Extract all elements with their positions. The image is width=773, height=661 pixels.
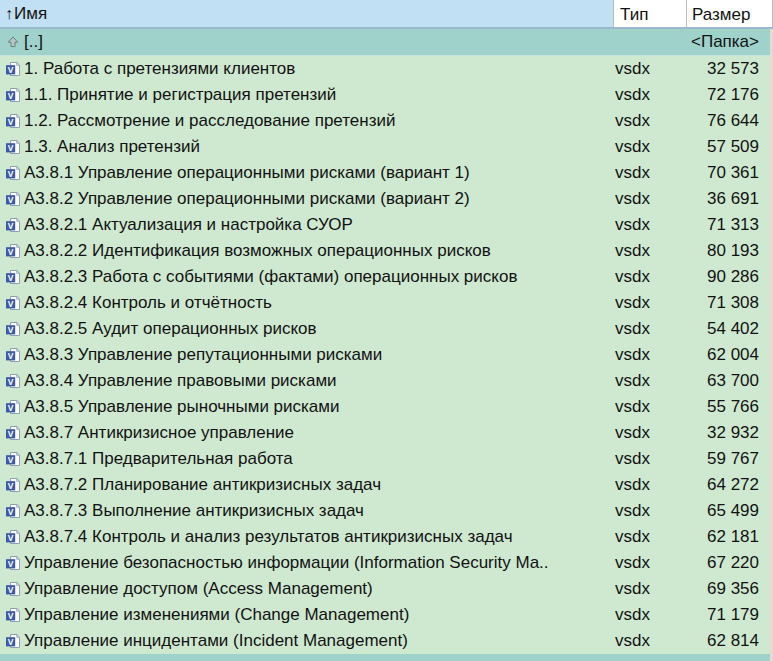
file-name: Управление безопасностью информации (Inf… bbox=[24, 550, 613, 576]
file-name: А3.8.7.1 Предварительная работа bbox=[24, 446, 613, 472]
parent-directory-row[interactable]: [..] <Папка> bbox=[0, 29, 773, 56]
svg-text:V: V bbox=[7, 273, 13, 283]
column-header-name-label: Имя bbox=[14, 0, 47, 27]
file-name: 1. Работа с претензиями клиентов bbox=[24, 56, 613, 82]
file-row[interactable]: V А3.8.3 Управление репутационными риска… bbox=[0, 342, 773, 368]
file-name: Управление доступом (Access Management) bbox=[24, 576, 613, 602]
file-type: vsdx bbox=[613, 420, 686, 446]
svg-text:V: V bbox=[7, 351, 13, 361]
panel-footer-strip bbox=[0, 654, 773, 661]
column-header-size-label: Размер bbox=[692, 5, 750, 24]
file-row[interactable]: V А3.8.7.1 Предварительная работа vsdx 5… bbox=[0, 446, 773, 472]
svg-text:V: V bbox=[7, 117, 13, 127]
svg-text:V: V bbox=[7, 195, 13, 205]
file-row[interactable]: V А3.8.7.2 Планирование антикризисных за… bbox=[0, 472, 773, 498]
column-header-name[interactable]: ↑ Имя bbox=[0, 0, 613, 27]
file-size: 90 286 bbox=[686, 264, 773, 290]
file-size: 62 181 bbox=[686, 524, 773, 550]
svg-text:V: V bbox=[7, 377, 13, 387]
file-type: vsdx bbox=[613, 446, 686, 472]
visio-file-icon: V bbox=[4, 269, 21, 286]
file-size: 32 573 bbox=[686, 56, 773, 82]
file-row[interactable]: V Управление безопасностью информации (I… bbox=[0, 550, 773, 576]
svg-text:V: V bbox=[7, 429, 13, 439]
file-row[interactable]: V Управление инцидентами (Incident Manag… bbox=[0, 628, 773, 654]
file-name: А3.8.1 Управление операционными рисками … bbox=[24, 160, 613, 186]
file-row[interactable]: V А3.8.2.5 Аудит операционных рисков vsd… bbox=[0, 316, 773, 342]
file-name: А3.8.4 Управление правовыми рисками bbox=[24, 368, 613, 394]
file-size: 71 179 bbox=[686, 602, 773, 628]
file-row[interactable]: V 1.1. Принятие и регистрация претензий … bbox=[0, 82, 773, 108]
file-size: 69 356 bbox=[686, 576, 773, 602]
column-header-type-label: Тип bbox=[620, 5, 648, 24]
visio-file-icon: V bbox=[4, 87, 21, 104]
file-row[interactable]: V 1. Работа с претензиями клиентов vsdx … bbox=[0, 56, 773, 82]
visio-file-icon: V bbox=[4, 607, 21, 624]
file-type: vsdx bbox=[613, 290, 686, 316]
file-row[interactable]: V А3.8.4 Управление правовыми рисками vs… bbox=[0, 368, 773, 394]
visio-file-icon: V bbox=[4, 399, 21, 416]
file-name: А3.8.2.2 Идентификация возможных операци… bbox=[24, 238, 613, 264]
file-row[interactable]: V А3.8.7.3 Выполнение антикризисных зада… bbox=[0, 498, 773, 524]
file-size: 71 313 bbox=[686, 212, 773, 238]
visio-file-icon: V bbox=[4, 581, 21, 598]
visio-file-icon: V bbox=[4, 139, 21, 156]
file-size: 65 499 bbox=[686, 498, 773, 524]
file-type: vsdx bbox=[613, 316, 686, 342]
file-type: vsdx bbox=[613, 82, 686, 108]
file-name: А3.8.7.3 Выполнение антикризисных задач bbox=[24, 498, 613, 524]
file-row[interactable]: V А3.8.7.4 Контроль и анализ результатов… bbox=[0, 524, 773, 550]
file-row[interactable]: V А3.8.2.2 Идентификация возможных опера… bbox=[0, 238, 773, 264]
visio-file-icon: V bbox=[4, 451, 21, 468]
file-row[interactable]: V А3.8.2.1 Актуализация и настройка СУОР… bbox=[0, 212, 773, 238]
file-name: А3.8.3 Управление репутационными рисками bbox=[24, 342, 613, 368]
svg-text:V: V bbox=[7, 611, 13, 621]
file-row[interactable]: V А3.8.2.3 Работа с событиями (фактами) … bbox=[0, 264, 773, 290]
svg-text:V: V bbox=[7, 325, 13, 335]
file-size: 62 004 bbox=[686, 342, 773, 368]
visio-file-icon: V bbox=[4, 425, 21, 442]
file-row[interactable]: V А3.8.5 Управление рыночными рисками vs… bbox=[0, 394, 773, 420]
file-name: А3.8.2.1 Актуализация и настройка СУОР bbox=[24, 212, 613, 238]
svg-text:V: V bbox=[7, 65, 13, 75]
file-type: vsdx bbox=[613, 264, 686, 290]
file-row[interactable]: V А3.8.7 Антикризисное управление vsdx 3… bbox=[0, 420, 773, 446]
svg-text:V: V bbox=[7, 507, 13, 517]
visio-file-icon: V bbox=[4, 243, 21, 260]
file-type: vsdx bbox=[613, 524, 686, 550]
file-row[interactable]: V 1.2. Рассмотрение и расследование прет… bbox=[0, 108, 773, 134]
svg-text:V: V bbox=[7, 169, 13, 179]
visio-file-icon: V bbox=[4, 113, 21, 130]
visio-file-icon: V bbox=[4, 321, 21, 338]
file-type: vsdx bbox=[613, 550, 686, 576]
file-row[interactable]: V А3.8.2 Управление операционными рискам… bbox=[0, 186, 773, 212]
file-row[interactable]: V А3.8.1 Управление операционными рискам… bbox=[0, 160, 773, 186]
file-row[interactable]: V 1.3. Анализ претензий vsdx 57 509 bbox=[0, 134, 773, 160]
file-size: 63 700 bbox=[686, 368, 773, 394]
visio-file-icon: V bbox=[4, 61, 21, 78]
file-name: 1.2. Рассмотрение и расследование претен… bbox=[24, 108, 613, 134]
visio-file-icon: V bbox=[4, 217, 21, 234]
file-name: 1.1. Принятие и регистрация претензий bbox=[24, 82, 613, 108]
column-header-size[interactable]: Размер bbox=[686, 0, 773, 27]
file-list: V 1. Работа с претензиями клиентов vsdx … bbox=[0, 56, 773, 654]
visio-file-icon: V bbox=[4, 529, 21, 546]
file-row[interactable]: V Управление изменениями (Change Managem… bbox=[0, 602, 773, 628]
file-row[interactable]: V А3.8.2.4 Контроль и отчётность vsdx 71… bbox=[0, 290, 773, 316]
file-row[interactable]: V Управление доступом (Access Management… bbox=[0, 576, 773, 602]
visio-file-icon: V bbox=[4, 477, 21, 494]
file-panel: ↑ Имя Тип Размер [..] <Папка> V bbox=[0, 0, 773, 661]
visio-file-icon: V bbox=[4, 373, 21, 390]
file-size: 71 308 bbox=[686, 290, 773, 316]
svg-text:V: V bbox=[7, 91, 13, 101]
file-name: А3.8.7 Антикризисное управление bbox=[24, 420, 613, 446]
svg-text:V: V bbox=[7, 403, 13, 413]
visio-file-icon: V bbox=[4, 165, 21, 182]
file-size: 54 402 bbox=[686, 316, 773, 342]
column-header-type[interactable]: Тип bbox=[613, 0, 686, 27]
file-name: А3.8.2 Управление операционными рисками … bbox=[24, 186, 613, 212]
file-size: 72 176 bbox=[686, 82, 773, 108]
svg-text:V: V bbox=[7, 247, 13, 257]
svg-text:V: V bbox=[7, 559, 13, 569]
visio-file-icon: V bbox=[4, 503, 21, 520]
